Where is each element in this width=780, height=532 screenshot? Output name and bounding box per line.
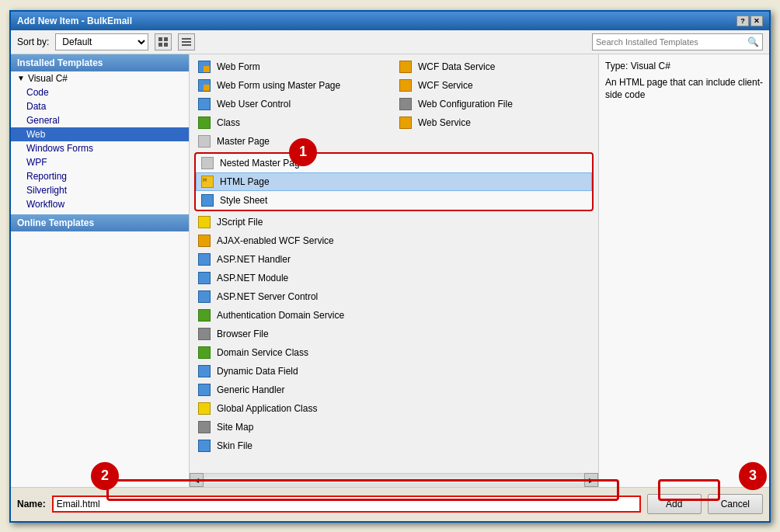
type-value: Visual C#: [631, 61, 670, 71]
list-item[interactable]: WCF Service: [394, 76, 595, 95]
right-panel: Type: Visual C# An HTML page that can in…: [598, 54, 769, 487]
aspnet-handler-icon: [197, 252, 212, 266]
tree-item-visual-csharp[interactable]: ▼ Visual C#: [11, 71, 189, 85]
item-label: Dynamic Data Field: [217, 366, 298, 377]
list-item[interactable]: Web Service: [394, 113, 595, 132]
list-item[interactable]: ASP.NET Module: [193, 269, 595, 287]
search-icon: 🔍: [747, 37, 759, 47]
close-button[interactable]: ✕: [750, 16, 763, 26]
name-input[interactable]: [52, 495, 641, 513]
list-item[interactable]: Generic Handler: [193, 381, 595, 399]
list-item[interactable]: ASP.NET Handler: [193, 250, 595, 269]
item-label: WCF Data Service: [418, 61, 495, 72]
list-item[interactable]: Global Application Class: [193, 399, 595, 418]
list-item[interactable]: ASP.NET Server Control: [193, 287, 595, 306]
ajax-wcf-icon: [197, 234, 212, 248]
left-panel: Installed Templates ▼ Visual C# Code Dat…: [11, 54, 190, 487]
toolbar-row: Sort by: Default 🔍: [11, 30, 769, 54]
scroll-track: [205, 477, 583, 483]
item-label: Skin File: [217, 440, 252, 451]
scroll-left-button[interactable]: ◀: [190, 473, 204, 487]
sort-select[interactable]: Default: [55, 33, 148, 50]
list-item[interactable]: Dynamic Data Field: [193, 362, 595, 381]
item-label: Web User Control: [217, 99, 291, 110]
tree-item-data[interactable]: Data: [11, 99, 189, 113]
item-label: Class: [217, 117, 240, 128]
tree-item-windows-forms[interactable]: Windows Forms: [11, 141, 189, 155]
item-label: HTML Page: [220, 176, 270, 187]
list-item[interactable]: JScript File: [193, 213, 595, 231]
web-user-control-icon: [197, 97, 212, 111]
highlighted-section: Nested Master Page H HTML Page: [194, 152, 594, 211]
scroll-right-button[interactable]: ▶: [584, 473, 598, 487]
item-label: Style Sheet: [220, 195, 267, 206]
tree-item-label: General: [26, 115, 60, 126]
jscript-icon: [197, 215, 212, 229]
browser-file-icon: [197, 327, 212, 341]
tree-item-label: Code: [26, 87, 49, 98]
list-item[interactable]: WCF Data Service: [394, 57, 595, 76]
list-item[interactable]: Web Form: [193, 57, 394, 76]
type-prefix: Type:: [605, 61, 628, 71]
add-button[interactable]: Add: [647, 494, 702, 514]
list-item[interactable]: AJAX-enabled WCF Service: [193, 231, 595, 250]
aspnet-module-icon: [197, 271, 212, 285]
list-item[interactable]: H HTML Page: [196, 172, 592, 191]
view-list-button[interactable]: [178, 33, 195, 50]
tree-item-label: WPF: [26, 157, 47, 168]
type-info: Type: Visual C#: [605, 61, 763, 71]
list-item[interactable]: Authentication Domain Service: [193, 306, 595, 325]
tree-item-general[interactable]: General: [11, 113, 189, 127]
list-item[interactable]: Style Sheet: [196, 191, 592, 210]
list-item[interactable]: Skin File: [193, 436, 595, 455]
view-large-icon-button[interactable]: [155, 33, 172, 50]
item-label: Web Form: [217, 61, 260, 72]
master-page-icon: [197, 134, 212, 148]
tree-item-code[interactable]: Code: [11, 85, 189, 99]
item-label: WCF Service: [418, 80, 473, 91]
item-label: Web Form using Master Page: [217, 80, 340, 91]
tree-item-wpf[interactable]: WPF: [11, 155, 189, 169]
nested-master-page-icon: [200, 156, 215, 170]
list-item[interactable]: Nested Master Page: [196, 154, 592, 172]
search-input[interactable]: [596, 37, 747, 47]
svg-rect-4: [182, 38, 191, 40]
tree-item-web[interactable]: Web: [11, 127, 189, 141]
web-form-master-icon: [197, 78, 212, 92]
tree-item-workflow[interactable]: Workflow: [11, 197, 189, 211]
tree-item-label: Web: [26, 129, 45, 140]
tree-item-silverlight[interactable]: Silverlight: [11, 183, 189, 197]
item-label: Web Service: [418, 117, 471, 128]
type-description: An HTML page that can include client-sid…: [605, 76, 763, 103]
item-label: Global Application Class: [217, 403, 317, 414]
svg-rect-3: [164, 43, 168, 47]
list-item[interactable]: Class: [193, 113, 394, 132]
list-item[interactable]: Site Map: [193, 418, 595, 436]
auth-domain-service-icon: [197, 308, 212, 322]
item-label: ASP.NET Module: [217, 273, 288, 283]
wcf-data-service-icon: [398, 60, 413, 74]
center-panel: Web Form Web Form using Master Page: [190, 54, 598, 487]
help-button[interactable]: ?: [736, 16, 749, 26]
html-page-icon: H: [200, 175, 215, 189]
list-item[interactable]: Web User Control: [193, 95, 394, 113]
dynamic-data-field-icon: [197, 364, 212, 378]
cancel-button[interactable]: Cancel: [708, 494, 763, 514]
callout-1: 1: [289, 138, 317, 166]
item-label: Browser File: [217, 329, 269, 339]
web-service-icon: [398, 116, 413, 130]
item-label: Domain Service Class: [217, 347, 308, 358]
item-label: Master Page: [217, 136, 270, 147]
list-item[interactable]: Web Form using Master Page: [193, 76, 394, 95]
installed-templates-header: Installed Templates: [11, 54, 189, 71]
tree-item-label: Data: [26, 101, 46, 112]
list-item[interactable]: Web Configuration File: [394, 95, 595, 113]
list-item[interactable]: Domain Service Class: [193, 343, 595, 362]
tree-item-reporting[interactable]: Reporting: [11, 169, 189, 183]
tree-item-label: Silverlight: [26, 185, 67, 196]
list-item[interactable]: Browser File: [193, 325, 595, 343]
horizontal-scrollbar[interactable]: ◀ ▶: [190, 473, 598, 487]
item-label: Authentication Domain Service: [217, 310, 344, 321]
main-area: Installed Templates ▼ Visual C# Code Dat…: [11, 54, 769, 487]
search-box[interactable]: 🔍: [592, 33, 763, 50]
